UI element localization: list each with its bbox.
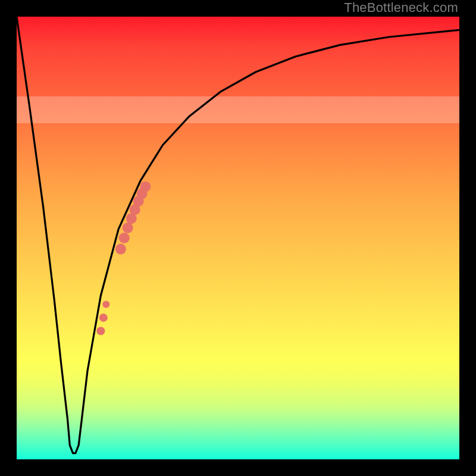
marker-dot [123, 223, 133, 233]
chart-svg [17, 17, 459, 459]
marker-dot [99, 314, 108, 322]
bottleneck-curve [17, 17, 459, 453]
chart-frame: TheBottleneck.com [0, 0, 476, 476]
marker-dot [115, 244, 126, 255]
marker-dot [102, 301, 109, 308]
marker-dot [96, 327, 105, 335]
highlighted-markers [96, 181, 151, 336]
marker-dot [140, 181, 151, 192]
marker-dot [119, 233, 130, 243]
watermark-text: TheBottleneck.com [344, 0, 458, 15]
plot-area [17, 17, 459, 459]
